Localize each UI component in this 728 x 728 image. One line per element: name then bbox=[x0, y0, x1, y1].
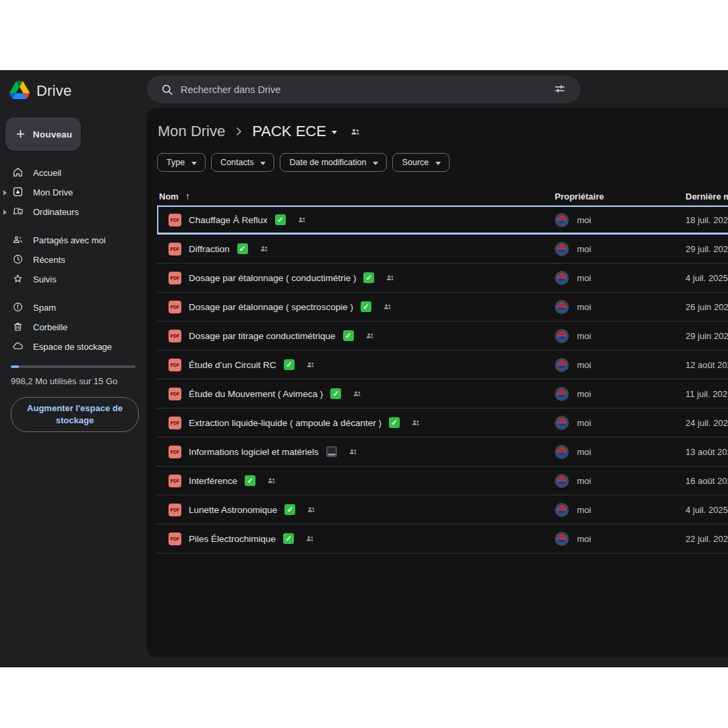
file-modified: 26 juin 2025 bbox=[686, 302, 728, 312]
check-badge-icon: ✓ bbox=[343, 330, 354, 341]
storage-usage-text: 998,2 Mo utilisés sur 15 Go bbox=[11, 376, 146, 386]
file-name: Informations logiciel et matériels bbox=[189, 447, 319, 457]
shared-people-icon bbox=[382, 301, 393, 312]
sidebar-item-accueil[interactable]: Accueil bbox=[0, 163, 146, 183]
check-badge-icon: ✓ bbox=[284, 359, 295, 370]
table-row[interactable]: PDF Chauffage À Reflux ✓ moi 18 juil. 20… bbox=[157, 206, 728, 235]
file-name: Dosage par titrage conductimétrique bbox=[189, 331, 336, 341]
chevron-down-icon bbox=[435, 162, 441, 165]
chip-label: Date de modification bbox=[289, 158, 366, 167]
upgrade-storage-button[interactable]: Augmenter l'espace de stockage bbox=[11, 397, 139, 432]
new-button[interactable]: + Nouveau bbox=[5, 117, 81, 151]
breadcrumb-root[interactable]: Mon Drive bbox=[157, 123, 228, 140]
check-badge-icon: ✓ bbox=[245, 475, 255, 486]
sidebar-item-label: Partagés avec moi bbox=[33, 235, 106, 245]
file-owner-cell: moi bbox=[555, 416, 686, 430]
owner-avatar bbox=[555, 387, 569, 401]
expand-arrow-icon[interactable] bbox=[3, 190, 7, 195]
sidebar-item-ordinateurs[interactable]: Ordinateurs bbox=[0, 202, 146, 222]
table-row[interactable]: PDF Informations logiciel et matériels m… bbox=[157, 437, 728, 466]
check-badge-icon: ✓ bbox=[284, 504, 295, 515]
sidebar-item-partages-avec-moi[interactable]: Partagés avec moi bbox=[0, 231, 146, 250]
sidebar: Drive + Nouveau Accueil Mon Drive bbox=[0, 70, 146, 667]
drive-logo-icon bbox=[9, 81, 30, 102]
owner-avatar bbox=[555, 329, 569, 343]
file-owner-cell: moi bbox=[555, 474, 686, 488]
file-modified: 29 juil. 2025 bbox=[686, 244, 728, 254]
table-row[interactable]: PDF Piles Électrochimique ✓ moi 22 juil.… bbox=[157, 524, 728, 553]
filter-chip-date-modification[interactable]: Date de modification bbox=[280, 153, 387, 172]
table-header: Nom ↑ Propriétaire Dernière modification bbox=[157, 187, 728, 206]
search-options-icon[interactable] bbox=[548, 78, 571, 101]
file-name: Étude du Mouvement ( Avimeca ) bbox=[189, 389, 323, 399]
pdf-file-icon: PDF bbox=[169, 446, 181, 458]
column-header-owner[interactable]: Propriétaire bbox=[555, 191, 686, 202]
sort-ascending-icon[interactable]: ↑ bbox=[185, 191, 190, 202]
owner-avatar bbox=[555, 271, 569, 285]
file-name: Étude d’un Circuit RC bbox=[189, 360, 276, 370]
new-button-label: Nouveau bbox=[33, 129, 72, 140]
file-owner-cell: moi bbox=[555, 503, 686, 517]
filter-chip-contacts[interactable]: Contacts bbox=[211, 153, 274, 172]
file-name-cell: PDF Informations logiciel et matériels bbox=[157, 446, 555, 458]
table-row[interactable]: PDF Diffraction ✓ moi 29 juil. 2025 bbox=[157, 235, 728, 264]
owner-avatar bbox=[555, 474, 569, 488]
google-drive-window: Drive + Nouveau Accueil Mon Drive bbox=[0, 70, 728, 667]
column-header-modified[interactable]: Dernière modification bbox=[686, 191, 728, 202]
file-name-cell: PDF Dosage par étalonnage ( spectroscopi… bbox=[157, 301, 555, 313]
file-name: Dosage par étalonnage ( conductimétrie ) bbox=[189, 273, 356, 283]
drive-logo[interactable]: Drive bbox=[0, 80, 146, 102]
table-row[interactable]: PDF Interférence ✓ moi 16 août 2025 bbox=[157, 466, 728, 495]
file-owner-cell: moi bbox=[555, 445, 686, 459]
sidebar-item-spam[interactable]: Spam bbox=[0, 298, 146, 317]
table-row[interactable]: PDF Extraction liquide-liquide ( ampoule… bbox=[157, 408, 728, 437]
chip-label: Contacts bbox=[220, 158, 253, 167]
pdf-file-icon: PDF bbox=[169, 504, 181, 516]
search-icon[interactable] bbox=[160, 83, 174, 96]
owner-avatar bbox=[555, 445, 569, 459]
sidebar-item-espace-de-stockage[interactable]: Espace de stockage bbox=[0, 337, 146, 357]
file-name-cell: PDF Étude d’un Circuit RC ✓ bbox=[157, 359, 555, 371]
owner-avatar bbox=[555, 416, 569, 430]
owner-avatar bbox=[555, 300, 569, 314]
chevron-right-icon bbox=[232, 125, 245, 138]
pdf-file-icon: PDF bbox=[169, 243, 181, 255]
sidebar-item-corbeille[interactable]: Corbeille bbox=[0, 317, 146, 337]
column-name-label: Nom bbox=[159, 191, 179, 202]
table-row[interactable]: PDF Lunette Astronomique ✓ moi 4 juil. 2… bbox=[157, 495, 728, 524]
laptop-icon bbox=[326, 446, 337, 457]
shared-people-icon bbox=[385, 272, 396, 283]
check-badge-icon: ✓ bbox=[283, 533, 294, 544]
sidebar-item-recents[interactable]: Récents bbox=[0, 250, 146, 270]
column-header-name[interactable]: Nom ↑ bbox=[157, 191, 555, 202]
sidebar-item-mon-drive[interactable]: Mon Drive bbox=[0, 183, 146, 202]
file-modified: 13 août 2025 bbox=[686, 447, 728, 457]
sidebar-item-suivis[interactable]: Suivis bbox=[0, 270, 146, 289]
filter-chip-source[interactable]: Source bbox=[392, 153, 450, 172]
file-owner-cell: moi bbox=[555, 271, 686, 285]
drive-icon bbox=[12, 186, 24, 200]
search-input[interactable] bbox=[181, 84, 548, 95]
shared-people-icon bbox=[266, 475, 277, 486]
shared-people-icon bbox=[352, 388, 363, 399]
filter-chip-type[interactable]: Type bbox=[157, 153, 206, 172]
file-modified: 16 août 2025 bbox=[686, 476, 728, 486]
file-modified: 4 juil. 2025 bbox=[686, 273, 728, 283]
shared-people-icon bbox=[348, 446, 359, 457]
home-icon bbox=[12, 166, 24, 180]
check-badge-icon: ✓ bbox=[275, 214, 286, 225]
expand-arrow-icon[interactable] bbox=[3, 210, 7, 215]
pdf-file-icon: PDF bbox=[169, 475, 181, 487]
file-modified: 12 août 2025 bbox=[686, 360, 728, 370]
table-row[interactable]: PDF Étude du Mouvement ( Avimeca ) ✓ moi… bbox=[157, 380, 728, 408]
file-owner-label: moi bbox=[577, 273, 591, 283]
breadcrumb-current-folder[interactable]: PACK ECE bbox=[249, 123, 340, 140]
table-row[interactable]: PDF Dosage par étalonnage ( conductimétr… bbox=[157, 264, 728, 293]
file-owner-cell: moi bbox=[555, 329, 686, 343]
search-bar[interactable] bbox=[147, 75, 580, 103]
table-row[interactable]: PDF Dosage par étalonnage ( spectroscopi… bbox=[157, 293, 728, 322]
sidebar-item-label: Ordinateurs bbox=[33, 207, 79, 217]
table-row[interactable]: PDF Dosage par titrage conductimétrique … bbox=[157, 322, 728, 351]
table-row[interactable]: PDF Étude d’un Circuit RC ✓ moi 12 août … bbox=[157, 351, 728, 380]
spam-icon bbox=[12, 301, 24, 315]
